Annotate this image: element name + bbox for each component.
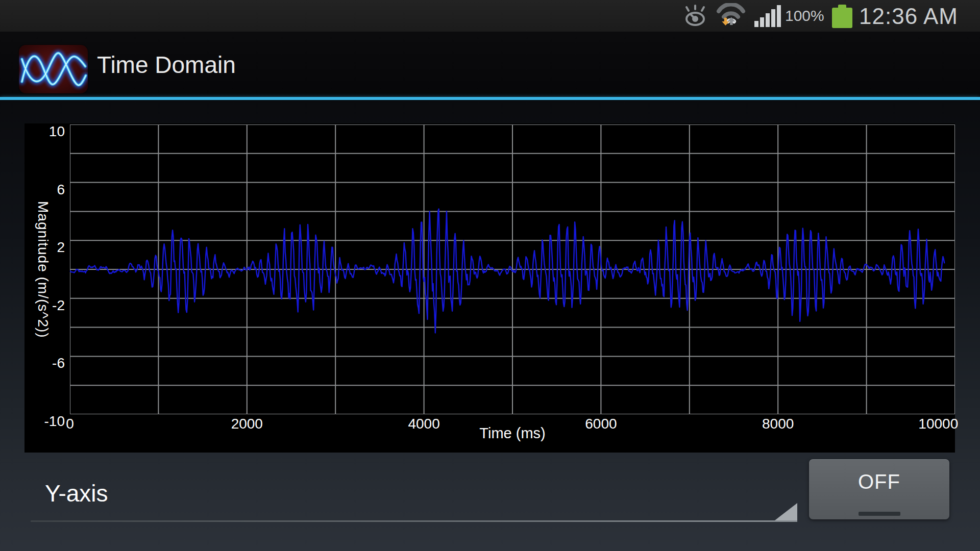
battery-percent: 100% — [785, 0, 824, 32]
y-tick-label: -10 — [24, 414, 65, 429]
chart-panel: Magnitude (m/(s^2)) 02000400060008000100… — [24, 123, 955, 453]
main-content: Magnitude (m/(s^2)) 02000400060008000100… — [0, 100, 980, 551]
spinner-dropdown-triangle-icon — [775, 503, 797, 520]
y-tick-label: -2 — [24, 298, 65, 313]
toggle-label: OFF — [809, 470, 949, 493]
battery-icon — [832, 5, 852, 28]
status-bar: 100% 12:36 AM — [0, 0, 980, 32]
y-tick-label: 10 — [24, 124, 65, 139]
y-tick-label: 6 — [24, 182, 65, 197]
x-axis-label: Time (ms) — [70, 425, 955, 441]
clock: 12:36 AM — [859, 0, 958, 32]
spinner-underline — [31, 520, 797, 522]
android-screen: 100% 12:36 AM Time Domain — [0, 0, 980, 551]
y-tick-label: -6 — [24, 356, 65, 371]
smart-stay-eye-icon — [682, 0, 708, 32]
y-tick-label: 2 — [24, 240, 65, 255]
signal-strength-icon — [754, 0, 782, 32]
time-domain-plot — [70, 124, 955, 414]
app-icon — [19, 45, 88, 93]
toggle-state-indicator — [859, 512, 900, 516]
spinner-selected-value: Y-axis — [45, 480, 108, 507]
action-bar: Time Domain — [0, 32, 980, 97]
wifi-traffic-icon — [716, 0, 746, 32]
app-title: Time Domain — [97, 32, 236, 97]
off-toggle-button[interactable]: OFF — [809, 459, 949, 519]
y-axis-spinner[interactable]: Y-axis — [31, 478, 797, 524]
